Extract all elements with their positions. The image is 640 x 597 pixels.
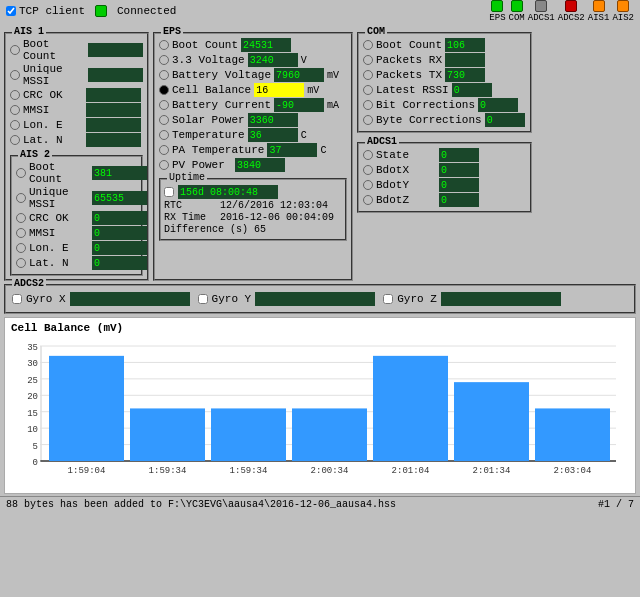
ais1-mssi-label: Unique MSSI [23,63,85,87]
eps-voltage33-value: 3240 [248,53,298,67]
uptime-checkbox[interactable] [164,187,174,197]
com-led-label: COM [509,13,525,23]
eps-batvoltage-row: Battery Voltage 7960 mV [159,68,347,82]
eps-radio-temp [159,130,169,140]
eps-radio-voltage33 [159,55,169,65]
ais2-bootcount-label: Boot Count [29,161,89,185]
svg-text:35: 35 [27,343,38,353]
eps-patemp-value: 37 [267,143,317,157]
eps-voltage33-label: 3.3 Voltage [172,54,245,66]
com-radio-packetsrx [363,55,373,65]
chart-container: Cell Balance (mV) 051015202530351:59:041… [4,317,636,494]
svg-text:1:59:04: 1:59:04 [68,466,106,476]
rxtime-value: 2016-12-06 00:04:09 [220,212,334,223]
bottom-bar: 88 bytes has been added to F:\YC3EVG\aau… [0,496,640,512]
adcs1-bdoty-value: 0 [439,178,479,192]
ais2-mmsi-label: MMSI [29,227,89,239]
eps-cellbalance-unit: mV [307,85,319,96]
ais1-led-label: AIS1 [588,13,610,23]
connection-led [95,5,107,17]
eps-pvpower-value: 3840 [235,158,285,172]
adcs1-bdotx-value: 0 [439,163,479,177]
tcp-checkbox-input[interactable] [6,6,16,16]
ais1-crc-value [86,88,141,102]
ais1-lon-value [86,118,141,132]
eps-batcurrent-value: -90 [274,98,324,112]
eps-batvoltage-label: Battery Voltage [172,69,271,81]
adcs2-panel: ADCS2 Gyro X Gyro Y Gyro Z [4,284,636,314]
svg-rect-18 [49,356,124,461]
com-radio-bitcor [363,100,373,110]
com-radio-bootcount [363,40,373,50]
ais2-crc-label: CRC OK [29,212,89,224]
adcs1-status-led [535,0,547,12]
svg-text:25: 25 [27,376,38,386]
ais1-mssi-value [88,68,143,82]
tcp-client-checkbox[interactable]: TCP client [6,5,85,17]
svg-text:2:03:04: 2:03:04 [554,466,592,476]
gyroy-checkbox[interactable] [198,294,208,304]
svg-text:5: 5 [33,442,38,452]
adcs1-bdotx-row: BdotX 0 [363,163,526,177]
svg-text:1:59:34: 1:59:34 [149,466,187,476]
gyroz-checkbox[interactable] [383,294,393,304]
com-radio-bytecor [363,115,373,125]
com-status-led [511,0,523,12]
eps-cellbalance-label: Cell Balance [172,84,251,96]
eps-panel: EPS Boot Count 24531 3.3 Voltage 3240 V … [153,32,353,281]
ais1-boot-count-row: Boot Count [10,38,143,62]
eps-pvpower-row: PV Power 3840 [159,158,347,172]
gyroz-value [441,292,561,306]
eps-solarpower-label: Solar Power [172,114,245,126]
ais1-lat-row: Lat. N [10,133,143,147]
ais2-lat-row: Lat. N 0 [16,256,137,270]
chart-svg: 051015202530351:59:041:59:341:59:342:00:… [11,336,621,486]
ais2-unique-mssi-row: Unique MSSI 65535 [16,186,137,210]
eps-batvoltage-unit: mV [327,70,339,81]
ais1-panel: AIS 1 Boot Count Unique MSSI CRC OK MMSI [4,32,149,281]
com-packetstx-row: Packets TX 730 [363,68,526,82]
com-panel: COM Boot Count 106 Packets RX Packets TX… [357,32,532,133]
eps-solarpower-value: 3360 [248,113,298,127]
right-panels: COM Boot Count 106 Packets RX Packets TX… [357,24,532,281]
uptime-value: 156d 08:00:48 [178,185,278,199]
gyrox-checkbox[interactable] [12,294,22,304]
com-radio-rssi [363,85,373,95]
adcs1-radio-bdoty [363,180,373,190]
gyrox-value [70,292,190,306]
ais1-radio-crc [10,90,20,100]
ais1-crc-row: CRC OK [10,88,143,102]
adcs1-bdoty-row: BdotY 0 [363,178,526,192]
com-packetsrx-row: Packets RX [363,53,526,67]
adcs1-bdotz-row: BdotZ 0 [363,193,526,207]
tcp-label: TCP client [19,5,85,17]
adcs1-bdoty-label: BdotY [376,179,436,191]
adcs1-state-label: State [376,149,436,161]
status-leds-group: EPS COM ADCS1 ADCS2 AIS1 AIS2 [489,0,634,23]
eps-radio-batcurrent [159,100,169,110]
eps-voltage33-unit: V [301,55,307,66]
eps-cellbalance-value: 16 [254,83,304,97]
rtc-value: 12/6/2016 12:03:04 [220,200,328,211]
ais2-title: AIS 2 [18,149,52,160]
gyroz-label: Gyro Z [397,293,437,305]
ais1-bootcount-value [88,43,143,57]
ais2-mssi-value: 65535 [92,191,147,205]
com-radio-packetstx [363,70,373,80]
eps-radio-pvpower [159,160,169,170]
gyroy-value [255,292,375,306]
ais2-panel: AIS 2 Boot Count 381 Unique MSSI 65535 C… [10,155,143,276]
com-bootcount-label: Boot Count [376,39,442,51]
eps-solarpower-row: Solar Power 3360 [159,113,347,127]
adcs2-title: ADCS2 [12,278,46,289]
ais2-crc-value: 0 [92,211,147,225]
ais2-radio-bootcount [16,168,26,178]
svg-rect-26 [373,356,448,461]
connection-status: Connected [117,5,176,17]
svg-text:0: 0 [33,458,38,468]
ais2-mssi-label: Unique MSSI [29,186,89,210]
adcs1-title: ADCS1 [365,136,399,147]
adcs1-radio-bdotx [363,165,373,175]
eps-bootcount-label: Boot Count [172,39,238,51]
ais1-lat-value [86,133,141,147]
